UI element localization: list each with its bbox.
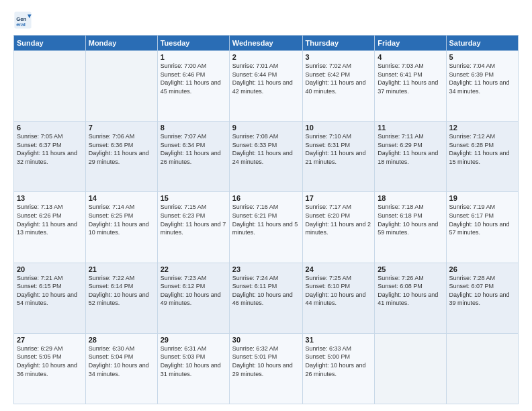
calendar-cell: 28Sunrise: 6:30 AM Sunset: 5:04 PM Dayli…: [85, 333, 157, 404]
day-info: Sunrise: 7:06 AM Sunset: 6:36 PM Dayligh…: [89, 132, 154, 166]
day-info: Sunrise: 7:02 AM Sunset: 6:42 PM Dayligh…: [306, 62, 372, 95]
day-of-week-friday: Friday: [375, 36, 446, 51]
day-info: Sunrise: 6:31 AM Sunset: 5:03 PM Dayligh…: [161, 345, 226, 378]
day-info: Sunrise: 7:21 AM Sunset: 6:15 PM Dayligh…: [17, 274, 83, 308]
day-of-week-saturday: Saturday: [446, 36, 518, 51]
calendar-cell: 20Sunrise: 7:21 AM Sunset: 6:15 PM Dayli…: [14, 263, 86, 333]
day-info: Sunrise: 7:12 AM Sunset: 6:28 PM Dayligh…: [449, 132, 515, 166]
day-number: 11: [378, 124, 443, 132]
day-info: Sunrise: 7:15 AM Sunset: 6:23 PM Dayligh…: [161, 203, 226, 236]
calendar-cell: 18Sunrise: 7:18 AM Sunset: 6:18 PM Dayli…: [375, 192, 446, 263]
day-number: 21: [89, 265, 154, 273]
calendar-cell: 9Sunrise: 7:08 AM Sunset: 6:33 PM Daylig…: [229, 122, 302, 192]
calendar-cell: 12Sunrise: 7:12 AM Sunset: 6:28 PM Dayli…: [446, 122, 518, 192]
day-number: 5: [449, 53, 515, 61]
day-number: 24: [306, 265, 372, 273]
day-number: 23: [232, 265, 300, 273]
day-info: Sunrise: 7:07 AM Sunset: 6:34 PM Dayligh…: [161, 132, 226, 166]
day-info: Sunrise: 7:03 AM Sunset: 6:41 PM Dayligh…: [378, 62, 443, 95]
day-number: 2: [232, 53, 300, 61]
day-number: 29: [161, 336, 226, 344]
calendar-cell: 6Sunrise: 7:05 AM Sunset: 6:37 PM Daylig…: [14, 122, 86, 192]
calendar: SundayMondayTuesdayWednesdayThursdayFrid…: [13, 35, 519, 404]
day-info: Sunrise: 7:24 AM Sunset: 6:11 PM Dayligh…: [232, 274, 300, 308]
day-info: Sunrise: 7:26 AM Sunset: 6:08 PM Dayligh…: [378, 274, 443, 308]
svg-text:eral: eral: [16, 21, 26, 28]
day-number: 9: [232, 124, 300, 132]
day-info: Sunrise: 7:11 AM Sunset: 6:29 PM Dayligh…: [378, 132, 443, 166]
day-of-week-sunday: Sunday: [14, 36, 86, 51]
header: Gen eral: [13, 11, 519, 30]
calendar-cell: 25Sunrise: 7:26 AM Sunset: 6:08 PM Dayli…: [375, 263, 446, 333]
day-number: 22: [161, 265, 226, 273]
calendar-cell: [446, 333, 518, 404]
day-info: Sunrise: 7:14 AM Sunset: 6:25 PM Dayligh…: [89, 203, 154, 236]
calendar-cell: 10Sunrise: 7:10 AM Sunset: 6:31 PM Dayli…: [302, 122, 375, 192]
day-number: 1: [161, 53, 226, 61]
calendar-cell: [85, 51, 157, 122]
day-number: 15: [161, 194, 226, 202]
day-of-week-wednesday: Wednesday: [229, 36, 302, 51]
calendar-cell: 5Sunrise: 7:04 AM Sunset: 6:39 PM Daylig…: [446, 51, 518, 122]
calendar-cell: 29Sunrise: 6:31 AM Sunset: 5:03 PM Dayli…: [157, 333, 229, 404]
day-info: Sunrise: 6:30 AM Sunset: 5:04 PM Dayligh…: [89, 345, 154, 378]
calendar-cell: 31Sunrise: 6:33 AM Sunset: 5:00 PM Dayli…: [302, 333, 375, 404]
day-info: Sunrise: 7:16 AM Sunset: 6:21 PM Dayligh…: [232, 203, 300, 236]
day-of-week-monday: Monday: [85, 36, 157, 51]
day-info: Sunrise: 7:08 AM Sunset: 6:33 PM Dayligh…: [232, 132, 300, 166]
days-of-week-row: SundayMondayTuesdayWednesdayThursdayFrid…: [14, 36, 519, 51]
day-info: Sunrise: 7:28 AM Sunset: 6:07 PM Dayligh…: [449, 274, 515, 308]
day-info: Sunrise: 7:05 AM Sunset: 6:37 PM Dayligh…: [17, 132, 83, 166]
day-number: 25: [378, 265, 443, 273]
calendar-cell: 22Sunrise: 7:23 AM Sunset: 6:12 PM Dayli…: [157, 263, 229, 333]
day-number: 28: [89, 336, 154, 344]
week-row-1: 1Sunrise: 7:00 AM Sunset: 6:46 PM Daylig…: [14, 51, 519, 122]
calendar-cell: 26Sunrise: 7:28 AM Sunset: 6:07 PM Dayli…: [446, 263, 518, 333]
day-info: Sunrise: 7:22 AM Sunset: 6:14 PM Dayligh…: [89, 274, 154, 308]
calendar-body: 1Sunrise: 7:00 AM Sunset: 6:46 PM Daylig…: [14, 51, 519, 404]
day-number: 27: [17, 336, 83, 344]
day-of-week-tuesday: Tuesday: [157, 36, 229, 51]
day-info: Sunrise: 7:00 AM Sunset: 6:46 PM Dayligh…: [161, 62, 226, 95]
day-info: Sunrise: 7:13 AM Sunset: 6:26 PM Dayligh…: [17, 203, 83, 236]
day-number: 13: [17, 194, 83, 202]
calendar-cell: 11Sunrise: 7:11 AM Sunset: 6:29 PM Dayli…: [375, 122, 446, 192]
calendar-cell: 19Sunrise: 7:19 AM Sunset: 6:17 PM Dayli…: [446, 192, 518, 263]
day-number: 26: [449, 265, 515, 273]
day-number: 3: [306, 53, 372, 61]
day-info: Sunrise: 7:17 AM Sunset: 6:20 PM Dayligh…: [306, 203, 372, 236]
calendar-cell: 1Sunrise: 7:00 AM Sunset: 6:46 PM Daylig…: [157, 51, 229, 122]
day-info: Sunrise: 7:18 AM Sunset: 6:18 PM Dayligh…: [378, 203, 443, 236]
day-number: 12: [449, 124, 515, 132]
day-number: 4: [378, 53, 443, 61]
day-of-week-thursday: Thursday: [302, 36, 375, 51]
calendar-cell: 3Sunrise: 7:02 AM Sunset: 6:42 PM Daylig…: [302, 51, 375, 122]
day-info: Sunrise: 6:33 AM Sunset: 5:00 PM Dayligh…: [306, 345, 372, 378]
day-number: 7: [89, 124, 154, 132]
day-number: 19: [449, 194, 515, 202]
day-info: Sunrise: 6:32 AM Sunset: 5:01 PM Dayligh…: [232, 345, 300, 378]
logo-icon: Gen eral: [13, 11, 32, 30]
calendar-cell: 23Sunrise: 7:24 AM Sunset: 6:11 PM Dayli…: [229, 263, 302, 333]
day-number: 18: [378, 194, 443, 202]
day-number: 10: [306, 124, 372, 132]
calendar-cell: 14Sunrise: 7:14 AM Sunset: 6:25 PM Dayli…: [85, 192, 157, 263]
calendar-cell: 4Sunrise: 7:03 AM Sunset: 6:41 PM Daylig…: [375, 51, 446, 122]
day-number: 20: [17, 265, 83, 273]
day-info: Sunrise: 7:19 AM Sunset: 6:17 PM Dayligh…: [449, 203, 515, 236]
week-row-5: 27Sunrise: 6:29 AM Sunset: 5:05 PM Dayli…: [14, 333, 519, 404]
day-info: Sunrise: 7:01 AM Sunset: 6:44 PM Dayligh…: [232, 62, 300, 95]
day-number: 14: [89, 194, 154, 202]
day-number: 16: [232, 194, 300, 202]
calendar-cell: 16Sunrise: 7:16 AM Sunset: 6:21 PM Dayli…: [229, 192, 302, 263]
calendar-cell: 13Sunrise: 7:13 AM Sunset: 6:26 PM Dayli…: [14, 192, 86, 263]
day-info: Sunrise: 7:25 AM Sunset: 6:10 PM Dayligh…: [306, 274, 372, 308]
calendar-cell: 8Sunrise: 7:07 AM Sunset: 6:34 PM Daylig…: [157, 122, 229, 192]
day-number: 17: [306, 194, 372, 202]
day-info: Sunrise: 7:10 AM Sunset: 6:31 PM Dayligh…: [306, 132, 372, 166]
calendar-cell: 7Sunrise: 7:06 AM Sunset: 6:36 PM Daylig…: [85, 122, 157, 192]
day-number: 6: [17, 124, 83, 132]
day-number: 30: [232, 336, 300, 344]
calendar-cell: 21Sunrise: 7:22 AM Sunset: 6:14 PM Dayli…: [85, 263, 157, 333]
calendar-cell: 15Sunrise: 7:15 AM Sunset: 6:23 PM Dayli…: [157, 192, 229, 263]
